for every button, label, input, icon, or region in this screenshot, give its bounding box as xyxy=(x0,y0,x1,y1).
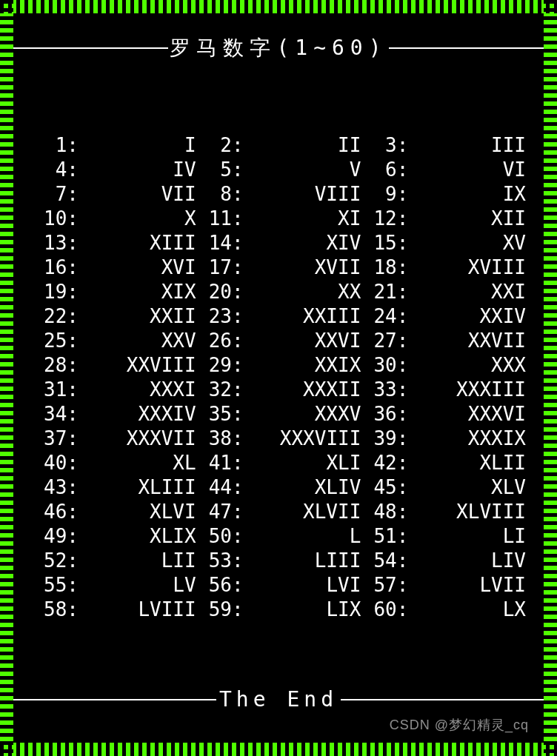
table-cell: 60:LX xyxy=(361,598,526,622)
table-row: 34:XXXIV35:XXXV36:XXXVI xyxy=(31,402,526,426)
table-row: 7:VII 8:VIII 9:IX xyxy=(31,182,526,207)
arabic-number: 51: xyxy=(361,524,408,549)
arabic-number: 21: xyxy=(361,280,408,304)
table-row: 13:XIII14:XIV15:XV xyxy=(31,231,526,255)
table-cell: 50:L xyxy=(196,524,361,549)
table-cell: 1:I xyxy=(31,133,196,158)
table-cell: 24:XXIV xyxy=(361,304,526,329)
table-cell: 56:LVI xyxy=(196,573,361,598)
roman-numeral: XLI xyxy=(244,451,361,475)
arabic-number: 53: xyxy=(196,549,244,573)
arabic-number: 59: xyxy=(196,598,244,622)
title-rule: 罗马数字(1~60) xyxy=(13,34,544,62)
table-cell: 13:XIII xyxy=(31,231,196,255)
roman-numeral: XX xyxy=(244,280,361,304)
arabic-number: 30: xyxy=(361,353,408,378)
roman-numeral: XLII xyxy=(408,451,526,475)
table-cell: 33:XXXIII xyxy=(361,378,526,402)
table-cell: 51:LI xyxy=(361,524,526,549)
footer-rule: The End xyxy=(13,687,544,712)
table-cell: 20:XX xyxy=(196,280,361,304)
table-cell: 11:XI xyxy=(196,207,361,231)
arabic-number: 11: xyxy=(196,207,244,231)
table-cell: 39:XXXIX xyxy=(361,426,526,451)
arabic-number: 6: xyxy=(361,158,408,182)
table-cell: 10:X xyxy=(31,207,196,231)
footer-text: The End xyxy=(216,687,341,712)
table-cell: 54:LIV xyxy=(361,549,526,573)
arabic-number: 32: xyxy=(196,378,244,402)
arabic-number: 33: xyxy=(361,378,408,402)
roman-numeral: XXXIX xyxy=(408,426,526,451)
roman-numeral: XXII xyxy=(79,304,196,329)
table-cell: 57:LVII xyxy=(361,573,526,598)
table-cell: 5:V xyxy=(196,158,361,182)
arabic-number: 13: xyxy=(31,231,79,255)
arabic-number: 40: xyxy=(31,451,79,475)
roman-numeral: LIII xyxy=(244,549,361,573)
arabic-number: 46: xyxy=(31,500,79,524)
roman-numeral: XXIII xyxy=(244,304,361,329)
arabic-number: 41: xyxy=(196,451,244,475)
arabic-number: 55: xyxy=(31,573,79,598)
table-row: 49:XLIX50:L51:LI xyxy=(31,524,526,549)
table-cell: 4:IV xyxy=(31,158,196,182)
roman-numeral: XIII xyxy=(79,231,196,255)
arabic-number: 8: xyxy=(196,182,244,207)
roman-numeral: XXXVIII xyxy=(244,426,361,451)
table-cell: 8:VIII xyxy=(196,182,361,207)
roman-numeral: XXIV xyxy=(408,304,526,329)
arabic-number: 56: xyxy=(196,573,244,598)
roman-numeral: III xyxy=(408,133,526,158)
table-row: 46:XLVI47:XLVII48:XLVIII xyxy=(31,500,526,524)
roman-numeral: XXI xyxy=(408,280,526,304)
table-cell: 36:XXXVI xyxy=(361,402,526,426)
table-cell: 53:LIII xyxy=(196,549,361,573)
roman-numeral: XLVIII xyxy=(408,500,526,524)
arabic-number: 15: xyxy=(361,231,408,255)
roman-numeral: XLVI xyxy=(79,500,196,524)
arabic-number: 5: xyxy=(196,158,244,182)
arabic-number: 58: xyxy=(31,598,79,622)
roman-numeral: XXXVI xyxy=(408,402,526,426)
roman-numeral: II xyxy=(244,133,361,158)
arabic-number: 48: xyxy=(361,500,408,524)
arabic-number: 34: xyxy=(31,402,79,426)
table-row: 55:LV56:LVI57:LVII xyxy=(31,573,526,598)
roman-numeral: XLVII xyxy=(244,500,361,524)
roman-numeral: XLIV xyxy=(244,475,361,500)
table-cell: 26:XXVI xyxy=(196,329,361,353)
numeral-table: 1:I 2:II 3:III 4:IV 5:V 6:VI 7:VII 8:VII… xyxy=(13,62,544,622)
roman-numeral: LI xyxy=(408,524,526,549)
table-cell: 44:XLIV xyxy=(196,475,361,500)
arabic-number: 12: xyxy=(361,207,408,231)
table-cell: 15:XV xyxy=(361,231,526,255)
arabic-number: 52: xyxy=(31,549,79,573)
arabic-number: 38: xyxy=(196,426,244,451)
table-cell: 55:LV xyxy=(31,573,196,598)
roman-numeral: XXXV xyxy=(244,402,361,426)
roman-numeral: XII xyxy=(408,207,526,231)
arabic-number: 35: xyxy=(196,402,244,426)
roman-numeral: XXVII xyxy=(408,329,526,353)
arabic-number: 49: xyxy=(31,524,79,549)
arabic-number: 3: xyxy=(361,133,408,158)
arabic-number: 4: xyxy=(31,158,79,182)
rule-right xyxy=(389,47,544,49)
roman-numeral: XIX xyxy=(79,280,196,304)
table-cell: 25:XXV xyxy=(31,329,196,353)
table-cell: 37:XXXVII xyxy=(31,426,196,451)
table-row: 31:XXXI32:XXXII33:XXXIII xyxy=(31,378,526,402)
roman-numeral: XXIX xyxy=(244,353,361,378)
arabic-number: 36: xyxy=(361,402,408,426)
roman-numeral: LIX xyxy=(244,598,361,622)
table-row: 58:LVIII59:LIX60:LX xyxy=(31,598,526,622)
roman-numeral: XXVIII xyxy=(79,353,196,378)
table-cell: 59:LIX xyxy=(196,598,361,622)
roman-numeral: XXXI xyxy=(79,378,196,402)
table-cell: 58:LVIII xyxy=(31,598,196,622)
roman-numeral: XXVI xyxy=(244,329,361,353)
table-cell: 28:XXVIII xyxy=(31,353,196,378)
table-cell: 32:XXXII xyxy=(196,378,361,402)
roman-numeral: IX xyxy=(408,182,526,207)
